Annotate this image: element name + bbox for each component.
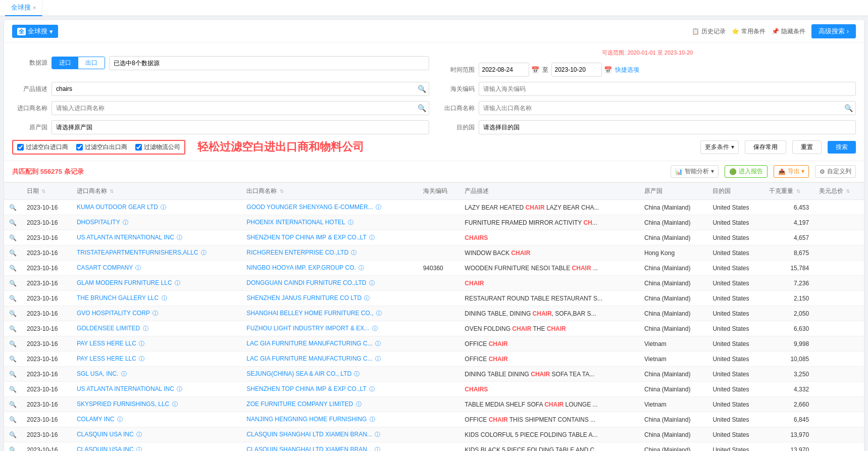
row-search-icon[interactable]: 🔍 bbox=[4, 382, 22, 397]
exporter-info-icon[interactable]: ⓘ bbox=[372, 325, 378, 331]
advanced-search-btn[interactable]: 高级搜索 › bbox=[811, 24, 856, 38]
exporter-info-icon[interactable]: ⓘ bbox=[369, 234, 375, 240]
importer-info-icon[interactable]: ⓘ bbox=[121, 371, 127, 377]
importer-input[interactable] bbox=[52, 101, 429, 115]
exporter-info-icon[interactable]: ⓘ bbox=[364, 295, 370, 301]
col-exporter[interactable]: 出口商名称 ⇅ bbox=[241, 183, 418, 200]
calendar-start-icon[interactable]: 📅 bbox=[531, 66, 539, 74]
product-desc-input[interactable] bbox=[52, 82, 429, 96]
col-date[interactable]: 日期 ⇅ bbox=[22, 183, 72, 200]
logo-button[interactable]: 全 全球搜 ▾ bbox=[12, 25, 58, 38]
exporter-input[interactable] bbox=[479, 101, 856, 115]
custom-columns-btn[interactable]: ⚙ 自定义列 bbox=[815, 165, 856, 178]
exporter-info-icon[interactable]: ⓘ bbox=[354, 371, 360, 377]
importer-info-icon[interactable]: ⓘ bbox=[177, 386, 182, 392]
exporter-info-icon[interactable]: ⓘ bbox=[370, 416, 375, 422]
importer-info-icon[interactable]: ⓘ bbox=[139, 356, 144, 362]
tab-item-global-search[interactable]: 全球搜 × bbox=[5, 0, 42, 16]
importer-info-icon[interactable]: ⓘ bbox=[201, 249, 207, 256]
row-search-icon[interactable]: 🔍 bbox=[4, 245, 22, 261]
importer-info-icon[interactable]: ⓘ bbox=[136, 431, 142, 437]
dest-select[interactable]: 请选择目的国 bbox=[479, 120, 856, 134]
exporter-info-icon[interactable]: ⓘ bbox=[375, 431, 380, 437]
checkbox-import-blank[interactable]: 过滤空白进口商 bbox=[17, 143, 68, 152]
exporter-info-icon[interactable]: ⓘ bbox=[351, 249, 356, 256]
table-row: 🔍 2023-10-16 CASART COMPANY ⓘ NINGBO HOO… bbox=[4, 261, 864, 276]
exporter-info-icon[interactable]: ⓘ bbox=[359, 265, 364, 271]
row-search-icon[interactable]: 🔍 bbox=[4, 215, 22, 230]
origin-select[interactable]: 请选择原产国 bbox=[52, 120, 429, 134]
row-search-icon[interactable]: 🔍 bbox=[4, 427, 22, 442]
checkbox-export-blank[interactable]: 过滤空白出口商 bbox=[76, 143, 127, 152]
importer-info-icon[interactable]: ⓘ bbox=[136, 446, 142, 451]
exporter-info-icon[interactable]: ⓘ bbox=[376, 204, 381, 210]
row-search-icon[interactable]: 🔍 bbox=[4, 276, 22, 291]
cell-dest: United States bbox=[707, 336, 764, 352]
exporter-search-icon[interactable]: 🔍 bbox=[844, 104, 853, 112]
col-price[interactable]: 美元总价 ⇅ bbox=[814, 183, 864, 200]
row-search-icon[interactable]: 🔍 bbox=[4, 321, 22, 336]
exporter-info-icon[interactable]: ⓘ bbox=[375, 340, 381, 346]
history-btn[interactable]: 📋 历史记录 bbox=[692, 27, 726, 36]
col-importer[interactable]: 进口商名称 ⇅ bbox=[72, 183, 241, 200]
importer-search-icon[interactable]: 🔍 bbox=[418, 104, 426, 112]
importer-info-icon[interactable]: ⓘ bbox=[172, 401, 178, 407]
row-search-icon[interactable]: 🔍 bbox=[4, 230, 22, 245]
importer-info-icon[interactable]: ⓘ bbox=[161, 204, 166, 210]
search-blue-icon[interactable]: 🔍 bbox=[418, 85, 426, 93]
importer-info-icon[interactable]: ⓘ bbox=[139, 340, 144, 346]
cell-price bbox=[814, 336, 864, 352]
cell-exporter: LAC GIA FURNITURE MANUFACTURING C... ⓘ bbox=[241, 352, 418, 367]
hide-condition-btn[interactable]: 📌 隐藏条件 bbox=[772, 27, 805, 36]
exporter-info-icon[interactable]: ⓘ bbox=[369, 280, 375, 286]
importer-info-icon[interactable]: ⓘ bbox=[177, 234, 182, 240]
exporter-info-icon[interactable]: ⓘ bbox=[348, 219, 353, 225]
importer-info-icon[interactable]: ⓘ bbox=[175, 280, 180, 286]
cell-product: OVEN FOLDING CHAIR THE CHAIR bbox=[459, 321, 639, 336]
col-weight[interactable]: 千克重量 ⇅ bbox=[764, 183, 814, 200]
table-row: 🔍 2023-10-16 SKYSPRIED FURNISHINGS, LLC … bbox=[4, 397, 864, 412]
save-common-btn[interactable]: 保存常用 bbox=[745, 140, 786, 154]
importer-info-icon[interactable]: ⓘ bbox=[143, 325, 148, 331]
calendar-end-icon[interactable]: 📅 bbox=[604, 66, 612, 74]
tab-close-icon[interactable]: × bbox=[33, 5, 36, 11]
row-search-icon[interactable]: 🔍 bbox=[4, 367, 22, 382]
cell-customs bbox=[418, 412, 460, 427]
importer-info-icon[interactable]: ⓘ bbox=[152, 310, 158, 316]
row-search-icon[interactable]: 🔍 bbox=[4, 352, 22, 367]
cell-exporter: SHANGHAI BELLEY HOME FURNITURE CO., ⓘ bbox=[241, 306, 418, 321]
dropdown-extra[interactable]: 更多条件 ▾ bbox=[700, 140, 739, 154]
row-search-icon[interactable]: 🔍 bbox=[4, 291, 22, 306]
enter-report-btn[interactable]: 🟢 进入报告 bbox=[725, 165, 768, 178]
search-btn[interactable]: 搜索 bbox=[828, 141, 856, 154]
row-search-icon[interactable]: 🔍 bbox=[4, 397, 22, 412]
import-tab-btn[interactable]: 进口 出口 bbox=[52, 57, 105, 69]
cell-importer: SGL USA, INC. ⓘ bbox=[72, 367, 241, 382]
smart-analysis-btn[interactable]: 📊 智能分析 ▾ bbox=[671, 165, 718, 178]
importer-info-icon[interactable]: ⓘ bbox=[135, 265, 141, 271]
exporter-info-icon[interactable]: ⓘ bbox=[375, 356, 381, 362]
exporter-info-icon[interactable]: ⓘ bbox=[376, 310, 382, 316]
export-btn[interactable]: 📤 导出 ▾ bbox=[774, 165, 809, 178]
importer-info-icon[interactable]: ⓘ bbox=[117, 416, 123, 422]
row-search-icon[interactable]: 🔍 bbox=[4, 200, 22, 215]
datasource-select[interactable]: 已选中8个数据源 bbox=[109, 56, 429, 70]
cell-dest: United States bbox=[707, 276, 764, 291]
cell-origin: China (Mainland) bbox=[639, 215, 707, 230]
row-search-icon[interactable]: 🔍 bbox=[4, 412, 22, 427]
reset-btn[interactable]: 重置 bbox=[792, 140, 822, 154]
checkbox-logistics[interactable]: 过滤物流公司 bbox=[135, 143, 180, 152]
exporter-info-icon[interactable]: ⓘ bbox=[375, 446, 380, 451]
importer-info-icon[interactable]: ⓘ bbox=[162, 295, 167, 301]
row-search-icon[interactable]: 🔍 bbox=[4, 442, 22, 452]
row-search-icon[interactable]: 🔍 bbox=[4, 336, 22, 352]
importer-info-icon[interactable]: ⓘ bbox=[123, 219, 128, 225]
exporter-info-icon[interactable]: ⓘ bbox=[356, 401, 362, 407]
favorite-btn[interactable]: ⭐ 常用条件 bbox=[732, 27, 765, 36]
customs-code-input[interactable] bbox=[479, 82, 856, 96]
row-search-icon[interactable]: 🔍 bbox=[4, 261, 22, 276]
exporter-info-icon[interactable]: ⓘ bbox=[369, 386, 375, 392]
row-search-icon[interactable]: 🔍 bbox=[4, 306, 22, 321]
cell-importer: DHOSPITALITY ⓘ bbox=[72, 215, 241, 230]
quick-options-link[interactable]: 快捷选项 bbox=[615, 66, 639, 74]
